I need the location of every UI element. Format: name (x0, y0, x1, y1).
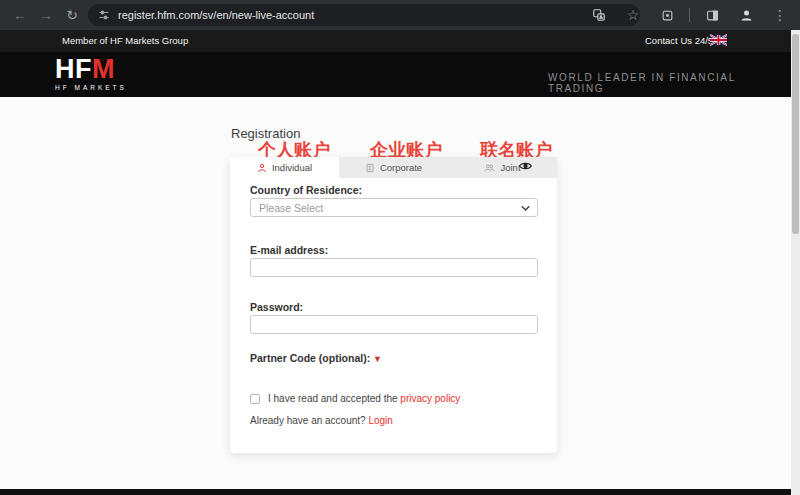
hfm-logo[interactable]: HFM HF MARKETS (55, 56, 127, 91)
password-label: Password: (250, 301, 303, 313)
menu-3dots-icon[interactable]: ⋮ (768, 3, 792, 27)
logo-hf-text: HF (55, 54, 92, 84)
back-icon[interactable]: ← (8, 3, 32, 27)
tab-joint[interactable]: Joint (448, 157, 557, 178)
country-select[interactable]: Please Select (250, 198, 538, 217)
tab-corporate-label: Corporate (380, 162, 422, 173)
login-prompt: Already have an account? Login (250, 415, 393, 426)
profile-avatar-icon[interactable] (734, 3, 758, 27)
login-prompt-text: Already have an account? (250, 415, 366, 426)
password-input[interactable] (250, 315, 538, 334)
side-panel-icon[interactable] (700, 3, 724, 27)
caret-down-icon: ▼ (373, 354, 382, 364)
people-icon (484, 163, 495, 173)
header-main-band: HFM HF MARKETS WORLD LEADER IN FINANCIAL… (0, 52, 791, 97)
email-input[interactable] (250, 258, 538, 277)
header-top-strip: Member of HF Markets Group Contact Us 24… (0, 30, 791, 52)
tab-joint-label: Joint (500, 162, 520, 173)
extensions-icon[interactable] (655, 3, 679, 27)
privacy-checkbox[interactable] (250, 394, 260, 404)
chevron-down-icon (521, 205, 530, 212)
page-scrollbar[interactable] (791, 30, 800, 495)
show-password-eye-icon[interactable] (519, 161, 532, 171)
account-type-tabs: Individual Corporate Joint (230, 157, 557, 178)
header-tagline: WORLD LEADER IN FINANCIAL TRADING (548, 72, 791, 94)
country-label: Country of Residence: (250, 184, 362, 196)
registration-card: Individual Corporate Joint Country of Re… (230, 157, 557, 453)
tab-individual[interactable]: Individual (230, 157, 339, 178)
scrollbar-thumb[interactable] (792, 34, 799, 234)
privacy-checkbox-text: I have read and accepted the privacy pol… (268, 393, 460, 404)
url-text[interactable]: register.hfm.com/sv/en/new-live-account (118, 9, 314, 21)
forward-icon[interactable]: → (34, 3, 58, 27)
email-label: E-mail address: (250, 244, 328, 256)
reload-icon[interactable]: ↻ (60, 3, 84, 27)
partner-code-label: Partner Code (optional): (250, 352, 370, 364)
tab-individual-label: Individual (272, 162, 312, 173)
toolbar-divider (689, 8, 690, 22)
logo-subtext: HF MARKETS (55, 84, 127, 91)
privacy-text: I have read and accepted the (268, 393, 398, 404)
footer-bar (0, 489, 791, 495)
uk-flag-icon[interactable] (710, 34, 727, 46)
browser-toolbar: ← → ↻ register.hfm.com/sv/en/new-live-ac… (0, 0, 800, 30)
login-link[interactable]: Login (368, 415, 392, 426)
site-settings-icon[interactable] (98, 9, 110, 21)
country-select-value: Please Select (259, 202, 323, 214)
translate-icon[interactable] (587, 3, 611, 27)
person-icon (257, 163, 267, 173)
privacy-policy-link[interactable]: privacy policy (400, 393, 460, 404)
bookmark-star-icon[interactable]: ☆ (621, 3, 645, 27)
building-icon (365, 163, 375, 173)
member-text: Member of HF Markets Group (62, 35, 188, 46)
address-bar[interactable]: register.hfm.com/sv/en/new-live-account (88, 4, 640, 26)
tab-corporate[interactable]: Corporate (339, 157, 448, 178)
contact-us-link[interactable]: Contact Us 24/5 (645, 35, 713, 46)
partner-code-toggle[interactable]: Partner Code (optional): ▼ (250, 352, 382, 364)
logo-m-text: M (92, 54, 115, 84)
